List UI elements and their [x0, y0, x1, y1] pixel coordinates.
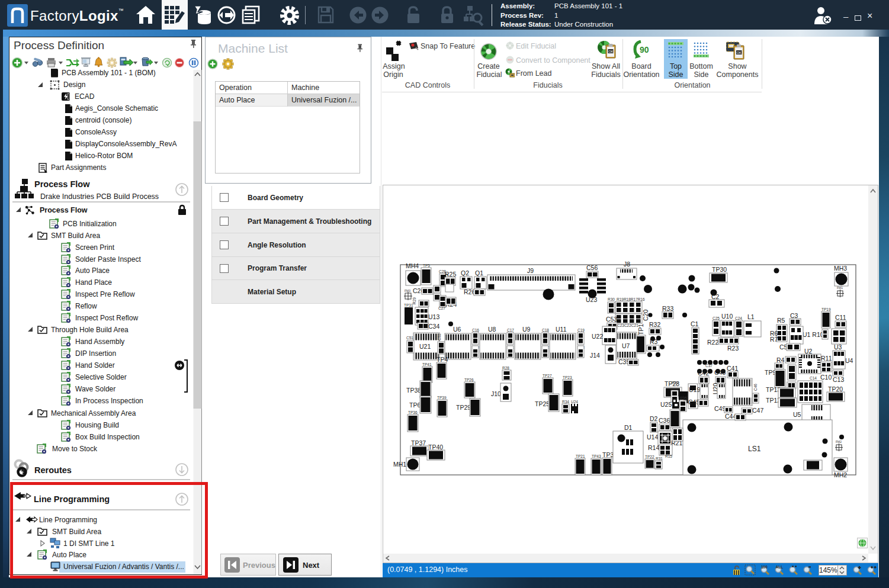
- svg-text:TP21: TP21: [576, 454, 585, 458]
- svg-text:C47: C47: [752, 407, 763, 414]
- svg-text:C34: C34: [428, 323, 439, 330]
- svg-text:TP40: TP40: [428, 444, 443, 451]
- svg-text:U21: U21: [419, 343, 431, 350]
- svg-text:U23: U23: [586, 296, 597, 303]
- svg-text:U3: U3: [834, 343, 842, 351]
- svg-text:FM3: FM3: [405, 289, 410, 293]
- svg-text:D1: D1: [624, 424, 633, 431]
- svg-text:U2: U2: [804, 348, 813, 355]
- svg-text:OK: OK: [609, 50, 614, 53]
- svg-text:C1: C1: [691, 320, 699, 327]
- svg-text:C13: C13: [833, 376, 844, 383]
- svg-text:TP20: TP20: [828, 385, 843, 393]
- svg-text:TP5: TP5: [423, 264, 430, 268]
- svg-text:R31: R31: [656, 457, 663, 461]
- svg-text:TP19: TP19: [821, 307, 831, 311]
- svg-text:TP43: TP43: [592, 454, 601, 458]
- svg-text:C36: C36: [659, 417, 670, 424]
- svg-text:TP26: TP26: [464, 378, 474, 382]
- svg-text:C2: C2: [711, 293, 720, 300]
- svg-text:Q1: Q1: [475, 269, 483, 277]
- svg-text:ALL: ALL: [776, 565, 784, 569]
- svg-text:J14: J14: [590, 352, 600, 359]
- svg-text:C18: C18: [542, 328, 549, 332]
- svg-text:U13: U13: [428, 313, 439, 320]
- svg-text:R4: R4: [776, 356, 785, 364]
- svg-text:TP30: TP30: [712, 266, 727, 273]
- svg-text:TP41: TP41: [422, 362, 432, 367]
- svg-text:U5: U5: [793, 411, 801, 418]
- svg-text:R30: R30: [608, 297, 615, 301]
- svg-text:U9: U9: [522, 326, 531, 333]
- svg-text:R35: R35: [680, 396, 687, 400]
- svg-text:MH1: MH1: [393, 461, 406, 468]
- svg-text:R25: R25: [445, 271, 456, 278]
- svg-text:U24: U24: [571, 400, 578, 404]
- svg-text:C14: C14: [810, 376, 817, 380]
- svg-text:TP37: TP37: [411, 439, 426, 446]
- svg-text:TP1: TP1: [637, 324, 644, 335]
- svg-text:L1: L1: [747, 313, 755, 320]
- svg-text:TP36: TP36: [408, 410, 418, 415]
- svg-text:U8: U8: [488, 326, 496, 333]
- svg-text:R11: R11: [821, 355, 832, 362]
- svg-text:J9: J9: [527, 267, 534, 274]
- svg-text:C42: C42: [698, 369, 709, 377]
- svg-text:MH4: MH4: [406, 262, 419, 269]
- svg-text:R34: R34: [562, 400, 569, 404]
- svg-text:U10: U10: [721, 313, 733, 320]
- svg-text:R15: R15: [665, 454, 672, 458]
- svg-text:TP27: TP27: [543, 374, 552, 378]
- svg-text:TP3: TP3: [602, 451, 614, 458]
- svg-text:R22: R22: [707, 339, 718, 346]
- svg-text:90: 90: [640, 45, 649, 54]
- svg-text:C24: C24: [735, 316, 742, 320]
- svg-text:OK: OK: [737, 51, 742, 54]
- svg-text:MH3: MH3: [834, 265, 847, 272]
- svg-text:TP25: TP25: [535, 400, 550, 407]
- svg-text:U25: U25: [660, 401, 672, 408]
- svg-text:R23: R23: [727, 345, 739, 352]
- svg-text:R19R18R17R16: R19R18R17R16: [617, 297, 645, 301]
- svg-text:TP22: TP22: [645, 455, 654, 459]
- svg-text:C23C22C21: C23C22C21: [617, 323, 638, 327]
- svg-text:R27: R27: [672, 381, 679, 385]
- svg-text:C48: C48: [714, 369, 726, 376]
- svg-text:R29: R29: [412, 297, 416, 304]
- svg-text:R33: R33: [662, 305, 673, 312]
- svg-text:U7: U7: [622, 342, 630, 349]
- svg-text:C52: C52: [437, 333, 441, 340]
- svg-text:C51: C51: [406, 336, 413, 340]
- svg-text:R7: R7: [770, 336, 778, 343]
- svg-text:TP29: TP29: [456, 404, 471, 411]
- svg-text:R5: R5: [777, 317, 785, 324]
- svg-text:U11: U11: [556, 326, 567, 333]
- svg-text:R14: R14: [648, 444, 659, 451]
- svg-text:J10: J10: [491, 390, 501, 397]
- svg-text:C46: C46: [753, 384, 758, 391]
- svg-text:U6: U6: [453, 326, 461, 333]
- svg-text:C25: C25: [713, 316, 720, 320]
- svg-text:C16: C16: [472, 328, 479, 332]
- svg-text:TP6: TP6: [409, 401, 421, 409]
- svg-text:D2: D2: [650, 415, 658, 422]
- svg-text:TP23: TP23: [563, 375, 572, 380]
- svg-text:C56: C56: [586, 264, 598, 271]
- svg-text:U4: U4: [845, 357, 853, 364]
- svg-text:TP4: TP4: [437, 356, 448, 363]
- svg-text:C53: C53: [606, 316, 617, 323]
- svg-text:TP39: TP39: [437, 396, 447, 400]
- svg-text:C27: C27: [438, 306, 445, 310]
- svg-text:Q2: Q2: [461, 269, 469, 277]
- svg-text:U22: U22: [592, 333, 603, 340]
- svg-text:C17: C17: [507, 328, 514, 332]
- svg-text:C3: C3: [790, 312, 798, 319]
- svg-text:FM1: FM1: [837, 286, 843, 290]
- svg-text:FM2: FM2: [836, 440, 842, 444]
- svg-text:U1 R10: U1 R10: [803, 331, 824, 338]
- svg-text:LS1: LS1: [748, 445, 761, 453]
- svg-text:C20: C20: [642, 310, 649, 321]
- svg-text:MH2: MH2: [834, 471, 847, 478]
- svg-text:100: 100: [761, 565, 768, 569]
- svg-text:U19: U19: [689, 386, 700, 393]
